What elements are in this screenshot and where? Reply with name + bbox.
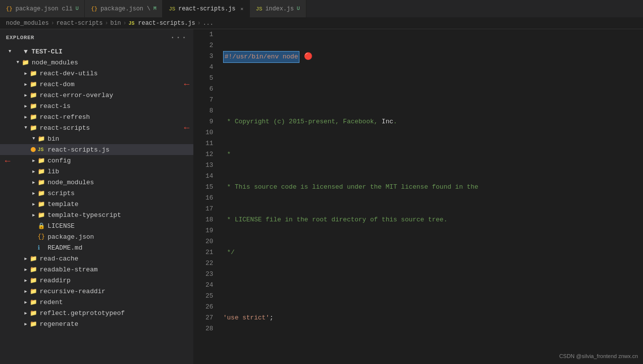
package-json-label: package.json <box>48 233 94 241</box>
readdirp-label: readdirp <box>40 277 70 284</box>
folder-icon: 📁 <box>22 59 30 66</box>
sidebar-item-reflect[interactable]: 📁 reflect.getprototypeof <box>0 308 193 318</box>
arrow-right-icon <box>22 309 30 317</box>
sidebar-item-read-cache[interactable]: 📁 read-cache <box>0 253 193 264</box>
folder-icon: 📁 <box>30 288 38 295</box>
sidebar-item-node-modules[interactable]: 📁 node_modules <box>0 57 193 68</box>
code-line-3: * Copyright (c) 2015-present, Facebook, … <box>223 116 643 127</box>
sidebar-item-react-is[interactable]: 📁 react-is <box>0 101 193 111</box>
sidebar-item-react-error-overlay[interactable]: 📁 react-error-overlay <box>0 90 193 101</box>
sidebar-item-recursive-readdir[interactable]: 📁 recursive-readdir <box>0 286 193 297</box>
folder-icon: 📁 <box>38 157 46 164</box>
tab-badge4: U <box>297 6 300 11</box>
arrow-down-icon <box>22 124 30 132</box>
json-icon: {} <box>38 233 46 240</box>
explorer-menu-dots[interactable]: ··· <box>170 33 187 42</box>
sidebar-item-react-scripts-js[interactable]: JS react-scripts.js <box>0 144 193 155</box>
arrow-right-icon <box>22 287 30 295</box>
arrow-right-icon <box>30 211 38 219</box>
tab-bar: {} package.json cli U {} package.json \ … <box>0 0 643 18</box>
sidebar-item-readdirp[interactable]: 📁 readdirp <box>0 275 193 286</box>
sidebar-item-react-refresh[interactable]: 📁 react-refresh <box>0 111 193 122</box>
code-line-5: * This source code is licensed under the… <box>223 182 643 193</box>
folder-icon: 📁 <box>38 168 46 175</box>
tab-index-js[interactable]: JS index.js U <box>250 0 306 17</box>
sidebar-item-template-typescript[interactable]: 📁 template-typescript <box>0 209 193 220</box>
folder-icon: 📁 <box>30 70 38 77</box>
folder-icon: 📁 <box>30 113 38 121</box>
sidebar-item-config[interactable]: ← 📁 config <box>0 155 193 166</box>
code-line-6: * LICENSE file in the root directory of … <box>223 214 643 225</box>
arrow-down-icon <box>30 135 38 143</box>
main-layout: EXPLORER ··· ▼ TEST-CLI 📁 node_modules 📁… <box>0 29 643 364</box>
code-line-2 <box>223 84 643 95</box>
tab-react-scripts-js[interactable]: JS react-scripts.js ✕ <box>163 0 249 17</box>
tab-label3: react-scripts.js <box>178 5 235 12</box>
arrow-right-icon <box>22 113 30 121</box>
breadcrumb: node_modules › react-scripts › bin › JS … <box>0 18 643 29</box>
sidebar-item-lib[interactable]: 📁 lib <box>0 166 193 177</box>
tab-label4: index.js <box>265 5 294 12</box>
arrow-right-icon <box>22 102 30 110</box>
tab-badge: U <box>75 6 78 11</box>
code-line-9: 'use strict'; <box>223 312 643 323</box>
readable-stream-label: readable-stream <box>40 266 98 273</box>
arrow-right-icon <box>22 298 30 306</box>
code-line-8 <box>223 280 643 291</box>
sidebar-item-react-dev-utils[interactable]: 📁 react-dev-utils <box>0 68 193 79</box>
close-icon[interactable]: ✕ <box>240 6 243 12</box>
annotation-arrow-icon: ← <box>184 79 189 89</box>
react-scripts-js-label: react-scripts.js <box>48 146 110 154</box>
sidebar-item-license[interactable]: 🔒 LICENSE <box>0 220 193 231</box>
code-line-7: */ <box>223 247 643 258</box>
json-icon2: {} <box>91 6 97 12</box>
tab-package-json-m[interactable]: {} package.json \ M <box>85 0 163 17</box>
folder-icon: 📁 <box>38 179 46 186</box>
debug-dot <box>31 147 36 152</box>
breadcrumb-part2: react-scripts <box>57 20 103 27</box>
breadcrumb-part3: bin <box>110 20 121 27</box>
sidebar-item-inner-node-modules[interactable]: 📁 node_modules <box>0 177 193 188</box>
arrow-right-icon <box>22 276 30 284</box>
tree-root[interactable]: ▼ TEST-CLI <box>0 46 193 57</box>
template-label: template <box>48 201 78 208</box>
arrow-right-icon <box>22 320 30 328</box>
sidebar-item-template[interactable]: 📁 template <box>0 199 193 209</box>
sidebar-item-redent[interactable]: 📁 redent <box>0 297 193 308</box>
react-is-label: react-is <box>40 103 70 110</box>
folder-icon: 📁 <box>30 310 38 317</box>
folder-icon: 📁 <box>38 135 46 143</box>
sidebar-item-react-scripts[interactable]: 📁 react-scripts ← <box>0 122 193 133</box>
react-refresh-label: react-refresh <box>40 113 90 121</box>
react-dev-utils-label: react-dev-utils <box>40 70 98 77</box>
license-label: LICENSE <box>48 222 75 230</box>
explorer-title: EXPLORER <box>6 35 34 41</box>
sidebar-header: EXPLORER ··· <box>0 29 193 46</box>
sidebar-item-readme[interactable]: ℹ README.md <box>0 242 193 253</box>
readme-label: README.md <box>48 244 82 252</box>
sidebar-item-readable-stream[interactable]: 📁 readable-stream <box>0 264 193 275</box>
sidebar-item-bin[interactable]: 📁 bin <box>0 133 193 144</box>
sidebar-item-package-json[interactable]: {} package.json <box>0 231 193 242</box>
sidebar-item-scripts[interactable]: 📁 scripts <box>0 188 193 199</box>
folder-icon: 📁 <box>30 255 38 262</box>
regenerate-label: regenerate <box>40 320 78 328</box>
redent-label: redent <box>40 299 63 306</box>
breadcrumb-part5: ... <box>203 20 214 27</box>
json-icon: {} <box>6 6 12 12</box>
code-editor[interactable]: 12345 678910 1112131415 1617181920 21222… <box>193 29 643 364</box>
arrow-right-icon <box>30 156 38 164</box>
config-label: config <box>48 157 71 164</box>
tab-label2: package.json \ <box>101 5 151 12</box>
no-arrow <box>30 222 38 230</box>
arrow-right-icon <box>30 200 38 208</box>
arrow-right-icon <box>22 91 30 99</box>
reflect-label: reflect.getprototypeof <box>40 310 125 317</box>
sidebar-item-regenerate[interactable]: 📁 regenerate <box>0 318 193 329</box>
sidebar-item-react-dom[interactable]: 📁 react-dom ← <box>0 79 193 90</box>
arrow-right-icon <box>30 189 38 197</box>
annotation-arrow-icon2: ← <box>184 123 189 133</box>
lib-label: lib <box>48 168 59 175</box>
breadcrumb-part4: JS react-scripts.js <box>128 20 195 27</box>
tab-package-json-cli[interactable]: {} package.json cli U <box>0 0 85 17</box>
